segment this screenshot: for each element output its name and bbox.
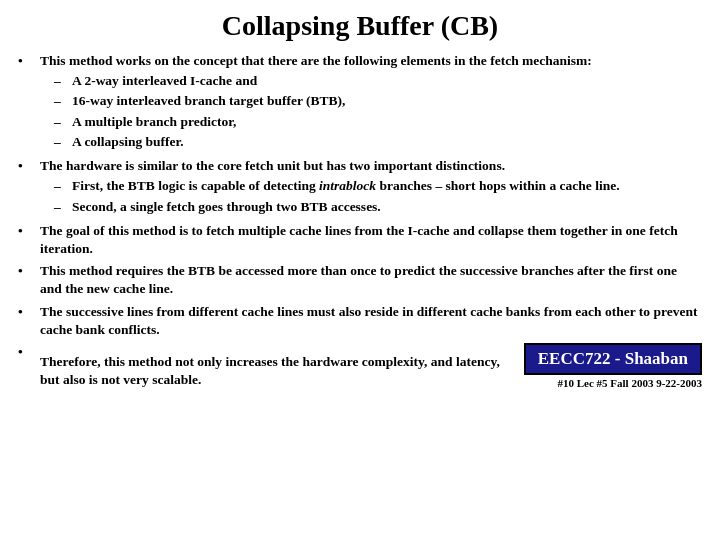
footer-block: EECC722 - Shaaban #10 Lec #5 Fall 2003 9… — [524, 343, 702, 389]
sub-list-1: – A 2-way interleaved I-cache and – 16-w… — [54, 72, 702, 151]
sub-item-s4: – A collapsing buffer. — [54, 133, 702, 151]
sub-text-s5: First, the BTB logic is capable of detec… — [72, 177, 620, 195]
bullet-text-1: This method works on the concept that th… — [40, 52, 702, 153]
bullet-symbol-4: • — [18, 262, 40, 279]
bullet-symbol-1: • — [18, 52, 40, 69]
bullet-text-3: The goal of this method is to fetch mult… — [40, 222, 702, 258]
eecc-badge: EECC722 - Shaaban — [524, 343, 702, 375]
dash-s2: – — [54, 92, 72, 110]
sub-item-s5: – First, the BTB logic is capable of det… — [54, 177, 702, 195]
sub-item-s6: – Second, a single fetch goes through tw… — [54, 198, 702, 216]
sub-item-s3: – A multiple branch predictor, — [54, 113, 702, 131]
dash-s4: – — [54, 133, 72, 151]
bullet-symbol-3: • — [18, 222, 40, 239]
dash-s3: – — [54, 113, 72, 131]
bullet-text-6: Therefore, this method not only increase… — [40, 353, 524, 389]
slide-title: Collapsing Buffer (CB) — [18, 10, 702, 42]
bullet-item-4: • This method requires the BTB be access… — [18, 262, 702, 298]
sub-item-s1: – A 2-way interleaved I-cache and — [54, 72, 702, 90]
slide-container: Collapsing Buffer (CB) • This method wor… — [0, 0, 720, 540]
bullet-text-2: The hardware is similar to the core fetc… — [40, 157, 702, 218]
page-info: #10 Lec #5 Fall 2003 9-22-2003 — [557, 377, 702, 389]
bullet-symbol-6: • — [18, 343, 40, 360]
bullet-symbol-2: • — [18, 157, 40, 174]
bullet-symbol-5: • — [18, 303, 40, 320]
sub-item-s2: – 16-way interleaved branch target buffe… — [54, 92, 702, 110]
dash-s1: – — [54, 72, 72, 90]
bullet-text-4: This method requires the BTB be accessed… — [40, 262, 702, 298]
bullet-item-6: • Therefore, this method not only increa… — [18, 343, 702, 389]
bullet-item-2: • The hardware is similar to the core fe… — [18, 157, 702, 218]
bullet-item-5: • The successive lines from different ca… — [18, 303, 702, 339]
sub-list-2: – First, the BTB logic is capable of det… — [54, 177, 702, 215]
bullet-item-1: • This method works on the concept that … — [18, 52, 702, 153]
dash-s6: – — [54, 198, 72, 216]
content-area: • This method works on the concept that … — [18, 52, 702, 532]
bullet-text-5: The successive lines from different cach… — [40, 303, 702, 339]
bullet-item-3: • The goal of this method is to fetch mu… — [18, 222, 702, 258]
dash-s5: – — [54, 177, 72, 195]
